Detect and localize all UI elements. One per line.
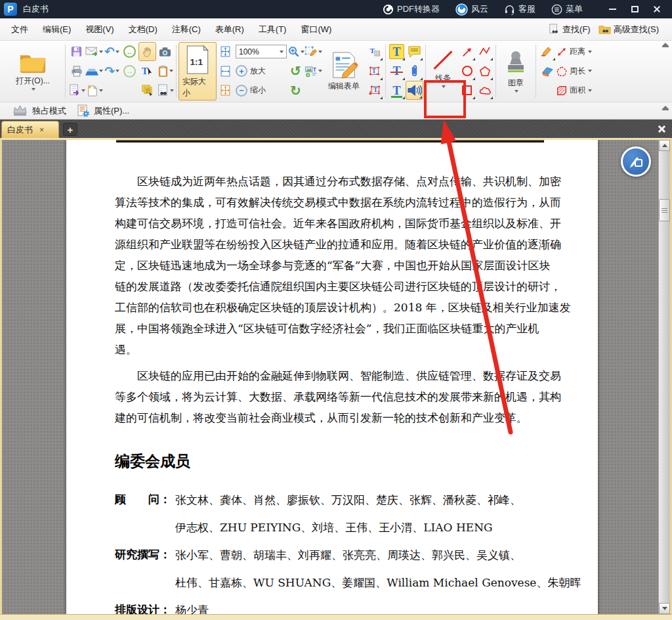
menu-window[interactable]: 窗口(W) bbox=[293, 20, 339, 39]
measure-perimeter-button[interactable]: 周长 bbox=[556, 62, 592, 81]
scroll-down-button[interactable] bbox=[659, 603, 670, 614]
search-document-button[interactable] bbox=[156, 81, 174, 100]
undo-button[interactable]: ↶ bbox=[103, 42, 121, 61]
circle-tool-button[interactable] bbox=[458, 62, 476, 81]
close-button[interactable] bbox=[646, 1, 668, 17]
attach-file-button[interactable] bbox=[406, 62, 423, 81]
toolbar-collapse-button[interactable] bbox=[662, 42, 669, 47]
corner-icon bbox=[380, 58, 383, 60]
marquee-zoom-button[interactable] bbox=[287, 42, 304, 61]
underline-text-button[interactable]: T bbox=[388, 81, 406, 100]
edit-object-button[interactable] bbox=[304, 42, 322, 61]
menu-comment[interactable]: 注释(C) bbox=[165, 20, 208, 39]
email-button[interactable] bbox=[85, 42, 103, 61]
back-button[interactable]: ← bbox=[121, 42, 138, 61]
zoom-in-button[interactable]: + 放大 bbox=[236, 62, 287, 81]
polygon-tool-button[interactable] bbox=[476, 62, 494, 81]
zoom-out-button[interactable]: − 缩小 bbox=[236, 81, 287, 100]
advanced-find-icon bbox=[598, 24, 611, 35]
corner-icon bbox=[490, 97, 493, 99]
area-icon bbox=[556, 85, 568, 97]
text-field-grid-button[interactable]: T bbox=[366, 42, 383, 61]
zoom-level-caret-icon bbox=[280, 51, 284, 53]
strikethrough-text-button[interactable]: T bbox=[388, 62, 406, 81]
properties-button[interactable]: 属性(P)... bbox=[74, 103, 132, 119]
sticky-note-button[interactable] bbox=[406, 42, 423, 61]
pencil-tool-button[interactable] bbox=[538, 42, 556, 61]
actual-size-label: 实际大小 bbox=[182, 76, 213, 99]
snapshot-button[interactable] bbox=[156, 42, 174, 61]
scroll-up-button[interactable] bbox=[659, 140, 670, 151]
pdf-converter-button[interactable]: PDF转换器 bbox=[376, 1, 446, 17]
minimize-button[interactable] bbox=[601, 1, 623, 17]
hand-tool-button[interactable] bbox=[138, 42, 156, 61]
rotate-cw-button[interactable]: ↻ bbox=[287, 81, 304, 100]
menu-view[interactable]: 视图(V) bbox=[78, 20, 121, 39]
measure-distance-button[interactable]: 距离 bbox=[556, 42, 592, 61]
tab-whitepaper[interactable]: 白皮书 × bbox=[1, 121, 59, 138]
export-button[interactable] bbox=[68, 81, 85, 100]
floating-widget-button[interactable] bbox=[621, 146, 651, 177]
fit-page-button[interactable] bbox=[217, 42, 234, 61]
scrollbar-thumb[interactable] bbox=[659, 199, 670, 221]
cloud-tool-button[interactable] bbox=[476, 81, 494, 100]
text-line: 链的发展道路（发改委委托信通院组织国内主要区块链公司进行区块链的顶层设计的研讨， bbox=[115, 276, 545, 297]
stamp-button[interactable]: 图章 bbox=[498, 42, 534, 100]
svg-text:1:1: 1:1 bbox=[190, 57, 203, 67]
tab-close-icon[interactable]: × bbox=[39, 126, 44, 134]
save-button[interactable] bbox=[68, 42, 85, 61]
eraser-tool-button[interactable] bbox=[538, 62, 556, 81]
print-button[interactable] bbox=[68, 62, 85, 81]
forward-button[interactable]: → bbox=[121, 62, 138, 81]
menu-form[interactable]: 表单(R) bbox=[208, 20, 251, 39]
section-heading: 编委会成员 bbox=[115, 451, 545, 472]
measure-area-button[interactable]: 面积 bbox=[556, 81, 592, 100]
sound-annotation-button[interactable] bbox=[406, 81, 423, 100]
stamp-label: 图章 bbox=[508, 78, 524, 89]
credit-names: 张小军、曹朝、胡瑞丰、刘再耀、张亮亮、周瑛达、郭兴民、吴义镇、 bbox=[175, 541, 581, 569]
clipboard-button[interactable] bbox=[156, 62, 174, 81]
scanner-button[interactable] bbox=[85, 62, 103, 81]
search-document-caret-icon bbox=[170, 89, 174, 92]
find-button[interactable]: 查找(F) bbox=[546, 22, 593, 37]
multi-select-button[interactable] bbox=[138, 81, 156, 100]
text-field-arrow-button[interactable]: T. bbox=[366, 81, 383, 100]
highlight-text-button[interactable]: T bbox=[388, 42, 406, 61]
advanced-find-button[interactable]: 高级查找(S) bbox=[596, 22, 662, 37]
edit-form-button[interactable]: 编辑表单 bbox=[322, 42, 366, 100]
vertical-scrollbar[interactable] bbox=[658, 140, 670, 614]
frame-edge-left bbox=[0, 138, 2, 620]
fit-visible-button[interactable] bbox=[217, 81, 234, 100]
maximize-button[interactable] bbox=[623, 1, 646, 17]
add-image-text-button[interactable]: T bbox=[304, 62, 322, 81]
find-label: 查找(F) bbox=[562, 24, 591, 35]
menu-file[interactable]: 文件 bbox=[4, 20, 35, 39]
menu-document[interactable]: 文档(D) bbox=[121, 20, 165, 39]
menu-tools[interactable]: 工具(T) bbox=[251, 20, 294, 39]
app-menu-button[interactable]: 菜单 bbox=[545, 1, 589, 17]
polyline-tool-button[interactable] bbox=[476, 42, 494, 61]
new-document-button[interactable] bbox=[85, 81, 103, 100]
arrow-tool-button[interactable] bbox=[458, 42, 476, 61]
modebar-collapse-button[interactable] bbox=[662, 105, 669, 110]
open-button[interactable]: 打开(O)... bbox=[3, 42, 63, 100]
close-document-button[interactable] bbox=[654, 122, 669, 135]
redo-button[interactable]: ↷ bbox=[103, 62, 121, 81]
svg-text:T_: T_ bbox=[371, 68, 379, 74]
fit-width-button[interactable] bbox=[217, 62, 234, 81]
text-select-button[interactable]: T bbox=[138, 62, 156, 81]
support-button[interactable]: 客服 bbox=[497, 1, 542, 17]
fengyun-button[interactable]: 风云 bbox=[449, 1, 495, 18]
text-field-box-button[interactable]: T_ bbox=[366, 62, 383, 81]
new-tab-button[interactable]: + bbox=[63, 123, 77, 136]
corner-icon bbox=[402, 58, 405, 60]
zoom-level-select[interactable]: 100% bbox=[236, 45, 287, 58]
actual-size-button[interactable]: 1:1 实际大小 bbox=[178, 42, 217, 100]
line-tool-icon bbox=[430, 48, 455, 72]
corner-icon bbox=[419, 96, 422, 99]
rotate-ccw-button[interactable]: ↺ bbox=[287, 62, 304, 81]
new-tab-icon: + bbox=[68, 125, 74, 135]
exclusive-mode-button[interactable]: 独占模式 bbox=[9, 103, 69, 118]
exclusive-mode-label: 独占模式 bbox=[32, 105, 66, 117]
menu-edit[interactable]: 编辑(E) bbox=[35, 20, 78, 39]
